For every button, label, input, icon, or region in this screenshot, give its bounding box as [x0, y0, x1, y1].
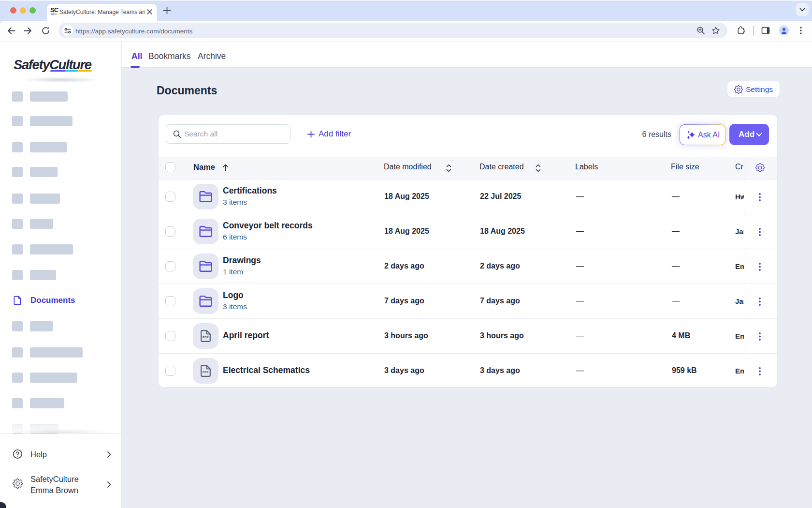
svg-text:PDF: PDF [203, 335, 209, 339]
svg-text:PDF: PDF [203, 370, 209, 374]
